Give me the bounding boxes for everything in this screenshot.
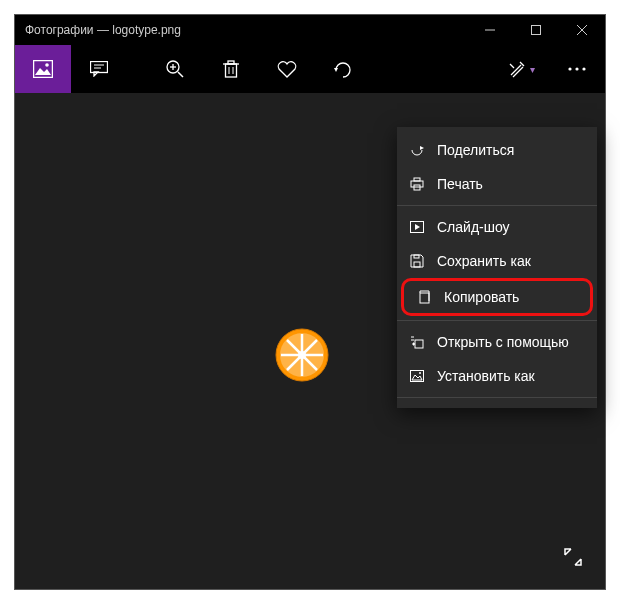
svg-rect-45 [414,262,420,267]
svg-point-38 [298,351,306,359]
svg-point-25 [568,67,571,70]
svg-marker-20 [334,68,338,72]
heart-icon [277,60,297,78]
menu-item-set-as[interactable]: Установить как [397,359,597,393]
svg-rect-48 [415,340,423,348]
window-title: Фотографии — logotype.png [15,23,467,37]
toolbar: ▾ [15,45,605,93]
fullscreen-button[interactable] [555,539,591,575]
menu-label: Слайд-шоу [437,219,510,235]
svg-rect-15 [226,64,237,77]
svg-rect-46 [414,255,419,258]
app-window: Фотографии — logotype.png [14,14,606,590]
image-icon [33,60,53,78]
menu-item-save-as[interactable]: Сохранить как [397,244,597,278]
menu-label: Открыть с помощью [437,334,569,350]
context-menu: Поделиться Печать Слайд-шоу Сохранить ка [397,127,597,408]
copy-icon [416,289,432,305]
svg-rect-17 [228,61,234,64]
svg-marker-5 [35,68,51,75]
edit-button[interactable]: ▾ [493,45,549,93]
favorite-button[interactable] [259,45,315,93]
svg-marker-39 [420,146,424,150]
titlebar: Фотографии — logotype.png [15,15,605,45]
svg-rect-40 [411,181,423,187]
print-icon [409,176,425,192]
svg-marker-8 [94,72,98,76]
menu-label: Копировать [444,289,519,305]
rotate-icon [333,60,353,78]
minimize-button[interactable] [467,15,513,45]
menu-label: Сохранить как [437,253,531,269]
menu-item-open-with[interactable]: Открыть с помощью [397,325,597,359]
trash-icon [223,60,239,78]
svg-line-24 [510,64,514,68]
set-as-icon [409,368,425,384]
svg-rect-1 [532,26,541,35]
delete-button[interactable] [203,45,259,93]
open-with-icon [409,334,425,350]
svg-marker-44 [415,224,420,230]
share-icon [409,142,425,158]
close-icon [577,25,587,35]
edit-icon [508,60,526,78]
save-icon [409,253,425,269]
slideshow-icon [409,219,425,235]
menu-label: Установить как [437,368,535,384]
svg-rect-41 [414,178,420,181]
more-button[interactable] [549,45,605,93]
close-button[interactable] [559,15,605,45]
svg-point-6 [45,63,49,67]
comment-icon [90,61,108,77]
comment-button[interactable] [71,45,127,93]
svg-point-27 [582,67,585,70]
svg-rect-47 [420,293,429,303]
menu-separator [397,205,597,206]
menu-separator [397,397,597,398]
image-viewport: Поделиться Печать Слайд-шоу Сохранить ка [15,93,605,589]
svg-line-12 [178,72,183,77]
menu-item-print[interactable]: Печать [397,167,597,201]
maximize-button[interactable] [513,15,559,45]
zoom-button[interactable] [147,45,203,93]
image-view-button[interactable] [15,45,71,93]
menu-item-copy[interactable]: Копировать [401,278,593,316]
zoom-icon [166,60,184,78]
svg-rect-7 [91,62,108,73]
menu-separator [397,320,597,321]
svg-point-26 [575,67,578,70]
chevron-down-icon: ▾ [530,64,535,75]
menu-label: Поделиться [437,142,514,158]
menu-item-slideshow[interactable]: Слайд-шоу [397,210,597,244]
rotate-button[interactable] [315,45,371,93]
menu-item-share[interactable]: Поделиться [397,133,597,167]
more-icon [568,67,586,71]
displayed-image [275,328,329,382]
menu-label: Печать [437,176,483,192]
maximize-icon [531,25,541,35]
minimize-icon [485,25,495,35]
svg-marker-54 [412,375,422,380]
fullscreen-icon [563,547,583,567]
svg-point-55 [419,372,421,374]
